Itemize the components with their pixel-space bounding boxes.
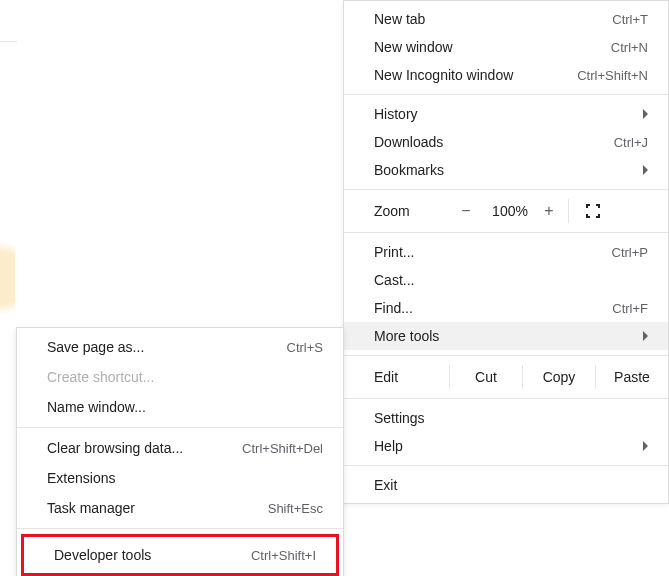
- submenu-developer-tools[interactable]: Developer tools Ctrl+Shift+I: [24, 537, 336, 573]
- chevron-right-icon: [643, 165, 648, 175]
- fullscreen-icon: [585, 203, 601, 219]
- menu-label: New window: [374, 39, 453, 55]
- menu-new-incognito[interactable]: New Incognito window Ctrl+Shift+N: [344, 61, 668, 89]
- submenu-label: Name window...: [47, 399, 146, 415]
- menu-find[interactable]: Find... Ctrl+F: [344, 294, 668, 322]
- cut-button[interactable]: Cut: [450, 365, 522, 389]
- fullscreen-button[interactable]: [573, 203, 613, 219]
- menu-separator: [344, 398, 668, 399]
- page-divider: [0, 41, 17, 42]
- menu-separator: [17, 427, 343, 428]
- menu-label: Exit: [374, 477, 397, 493]
- menu-shortcut: Ctrl+F: [612, 301, 648, 316]
- submenu-shortcut: Ctrl+Shift+Del: [242, 441, 323, 456]
- menu-label: Find...: [374, 300, 413, 316]
- menu-label: More tools: [374, 328, 439, 344]
- menu-label: Downloads: [374, 134, 443, 150]
- menu-separator: [344, 232, 668, 233]
- submenu-save-page[interactable]: Save page as... Ctrl+S: [17, 332, 343, 362]
- menu-label: Settings: [374, 410, 425, 426]
- menu-print[interactable]: Print... Ctrl+P: [344, 238, 668, 266]
- menu-label: New Incognito window: [374, 67, 513, 83]
- menu-separator: [344, 355, 668, 356]
- chevron-right-icon: [643, 109, 648, 119]
- menu-new-tab[interactable]: New tab Ctrl+T: [344, 5, 668, 33]
- submenu-label: Extensions: [47, 470, 115, 486]
- developer-tools-highlight: Developer tools Ctrl+Shift+I: [21, 534, 339, 576]
- zoom-value: 100%: [486, 203, 534, 219]
- submenu-shortcut: Ctrl+S: [287, 340, 323, 355]
- menu-shortcut: Ctrl+P: [612, 245, 648, 260]
- menu-exit[interactable]: Exit: [344, 471, 668, 499]
- menu-settings[interactable]: Settings: [344, 404, 668, 432]
- vertical-separator: [568, 199, 569, 223]
- menu-new-window[interactable]: New window Ctrl+N: [344, 33, 668, 61]
- submenu-label: Clear browsing data...: [47, 440, 183, 456]
- chrome-main-menu: New tab Ctrl+T New window Ctrl+N New Inc…: [343, 0, 669, 504]
- submenu-create-shortcut: Create shortcut...: [17, 362, 343, 392]
- menu-downloads[interactable]: Downloads Ctrl+J: [344, 128, 668, 156]
- submenu-extensions[interactable]: Extensions: [17, 463, 343, 493]
- menu-edit-row: Edit Cut Copy Paste: [344, 361, 668, 393]
- menu-shortcut: Ctrl+T: [612, 12, 648, 27]
- zoom-in-button[interactable]: +: [534, 202, 564, 220]
- menu-shortcut: Ctrl+J: [614, 135, 648, 150]
- menu-label: Help: [374, 438, 403, 454]
- menu-more-tools[interactable]: More tools: [344, 322, 668, 350]
- submenu-name-window[interactable]: Name window...: [17, 392, 343, 422]
- submenu-label: Save page as...: [47, 339, 144, 355]
- zoom-out-button[interactable]: −: [446, 202, 486, 220]
- copy-button[interactable]: Copy: [523, 365, 595, 389]
- submenu-shortcut: Ctrl+Shift+I: [251, 548, 316, 563]
- menu-shortcut: Ctrl+N: [611, 40, 648, 55]
- menu-separator: [344, 189, 668, 190]
- menu-label: Print...: [374, 244, 414, 260]
- edit-label: Edit: [374, 369, 449, 385]
- submenu-shortcut: Shift+Esc: [268, 501, 323, 516]
- menu-help[interactable]: Help: [344, 432, 668, 460]
- menu-label: Bookmarks: [374, 162, 444, 178]
- submenu-label: Developer tools: [54, 547, 151, 563]
- menu-label: Cast...: [374, 272, 414, 288]
- menu-label: History: [374, 106, 418, 122]
- menu-bookmarks[interactable]: Bookmarks: [344, 156, 668, 184]
- page-decoration: [0, 228, 15, 328]
- chevron-right-icon: [643, 331, 648, 341]
- menu-separator: [344, 94, 668, 95]
- menu-zoom-row: Zoom − 100% +: [344, 195, 668, 227]
- submenu-label: Create shortcut...: [47, 369, 154, 385]
- more-tools-submenu: Save page as... Ctrl+S Create shortcut..…: [16, 327, 344, 576]
- submenu-clear-browsing-data[interactable]: Clear browsing data... Ctrl+Shift+Del: [17, 433, 343, 463]
- menu-separator: [344, 465, 668, 466]
- paste-button[interactable]: Paste: [596, 365, 668, 389]
- menu-separator: [17, 528, 343, 529]
- chevron-right-icon: [643, 441, 648, 451]
- menu-history[interactable]: History: [344, 100, 668, 128]
- menu-label: New tab: [374, 11, 425, 27]
- submenu-label: Task manager: [47, 500, 135, 516]
- submenu-task-manager[interactable]: Task manager Shift+Esc: [17, 493, 343, 523]
- menu-cast[interactable]: Cast...: [344, 266, 668, 294]
- zoom-label: Zoom: [374, 203, 446, 219]
- menu-shortcut: Ctrl+Shift+N: [577, 68, 648, 83]
